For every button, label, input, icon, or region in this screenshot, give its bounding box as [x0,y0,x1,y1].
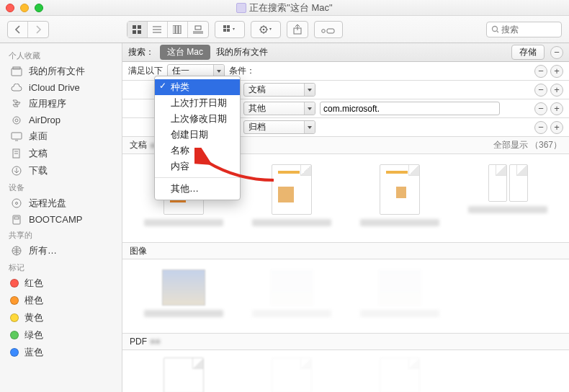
remove-row-button[interactable]: − [534,102,547,115]
image-icon [270,270,313,306]
file-item[interactable] [144,270,223,317]
sidebar-item-documents[interactable]: 文稿 [0,145,122,162]
svg-point-18 [262,28,264,30]
pdf-icon [163,357,204,392]
airdrop-icon [10,115,23,125]
pdf-icon [380,357,420,392]
svg-rect-37 [14,217,19,219]
network-icon [10,246,23,256]
svg-rect-0 [133,25,136,29]
menu-item-created[interactable]: 创建日期 [155,127,240,143]
image-icon [162,270,205,306]
tags-button[interactable] [314,21,343,38]
value-dropdown-2[interactable]: 其他 [243,102,315,115]
add-row-button[interactable]: + [550,65,563,78]
add-row-button[interactable]: + [550,121,563,134]
section-header-images: 图像 [122,242,569,259]
svg-rect-28 [12,133,22,139]
arrange-button-group [215,21,245,38]
view-mode-buttons [127,21,209,38]
sidebar-tag-blue[interactable]: 蓝色 [0,344,122,361]
row-controls: − + [534,65,563,78]
coverflow-view-button[interactable] [188,22,208,37]
svg-point-22 [492,26,497,31]
orange-tag-icon [10,296,19,305]
criteria-text-input[interactable] [320,102,500,115]
sidebar-tag-green[interactable]: 绿色 [0,326,122,344]
remove-row-button[interactable]: − [534,84,547,97]
action-button-group [251,21,281,38]
sidebar-item-all-shared[interactable]: 所有… [0,242,122,259]
list-view-button[interactable] [148,22,168,37]
sidebar-item-downloads[interactable]: 下载 [0,162,122,179]
action-menu-button[interactable] [251,22,280,37]
scope-this-mac[interactable]: 这台 Mac [160,45,210,60]
remove-row-button[interactable]: − [534,121,547,134]
remote-disc-icon [10,198,23,208]
share-button[interactable] [287,21,308,38]
file-item[interactable] [252,357,331,392]
sidebar-tag-orange[interactable]: 橙色 [0,292,122,309]
cloud-icon [10,83,23,93]
sidebar: 个人收藏 我的所有文件 iCloud Drive 应用程序 AirDrop 桌面… [0,43,122,392]
show-all-link[interactable]: 全部显示 [493,140,528,150]
sidebar-header-tags: 标记 [0,259,122,275]
image-icon [378,270,421,306]
back-button[interactable] [8,22,28,37]
file-item[interactable] [468,164,547,226]
add-row-button[interactable]: + [550,84,563,97]
svg-rect-8 [176,25,178,34]
sidebar-item-all-my-files[interactable]: 我的所有文件 [0,63,122,80]
search-icon [491,25,498,34]
file-item[interactable] [144,357,223,392]
file-item[interactable] [360,270,439,317]
window-titlebar: 正在搜索"这台 Mac" [0,0,569,16]
add-row-button[interactable]: + [550,102,563,115]
sidebar-header-shared: 共享的 [0,227,122,242]
sidebar-item-desktop[interactable]: 桌面 [0,128,122,145]
menu-item-kind[interactable]: 种类 [155,79,240,95]
svg-rect-20 [327,29,334,33]
search-field[interactable] [486,22,563,37]
file-item[interactable] [360,357,439,392]
search-input[interactable] [501,24,557,35]
remove-criteria-button[interactable]: − [550,46,563,59]
svg-line-23 [497,31,498,33]
svg-point-21 [321,29,325,32]
section-count: （367） [530,140,562,150]
value-dropdown-1[interactable]: 文稿 [243,83,315,97]
svg-rect-14 [227,25,230,28]
document-icon [488,164,507,202]
svg-rect-7 [173,25,175,34]
svg-rect-10 [195,26,201,30]
menu-item-last-modified[interactable]: 上次修改日期 [155,111,240,127]
remove-row-button[interactable]: − [534,65,547,78]
menu-item-last-opened[interactable]: 上次打开日期 [155,95,240,111]
sidebar-item-applications[interactable]: 应用程序 [0,95,122,112]
file-item[interactable] [360,164,439,226]
svg-point-26 [13,117,20,124]
value-dropdown-3[interactable]: 归档 [243,120,315,134]
sidebar-item-remote-disc[interactable]: 远程光盘 [0,195,122,212]
forward-button[interactable] [28,22,48,37]
sidebar-tag-red[interactable]: 红色 [0,275,122,292]
save-search-button[interactable]: 存储 [511,45,545,60]
arrange-button[interactable] [215,22,244,37]
sidebar-item-airdrop[interactable]: AirDrop [0,112,122,128]
section-title: PDF [130,337,147,347]
sidebar-tag-yellow[interactable]: 黄色 [0,309,122,326]
window-title: 正在搜索"这台 Mac" [0,1,569,14]
sidebar-item-icloud[interactable]: iCloud Drive [0,80,122,95]
file-item[interactable] [252,270,331,317]
all-files-icon [10,66,23,76]
scope-label: 搜索： [128,46,154,58]
column-view-button[interactable] [168,22,188,37]
sidebar-item-bootcamp[interactable]: BOOTCAMP [0,212,122,227]
svg-point-34 [12,199,21,208]
sidebar-header-devices: 设备 [0,179,122,195]
icon-view-button[interactable] [127,22,148,37]
svg-point-27 [15,119,18,122]
scope-all-my-files[interactable]: 我的所有文件 [216,46,268,58]
red-tag-icon [10,279,19,288]
svg-point-35 [16,202,18,205]
